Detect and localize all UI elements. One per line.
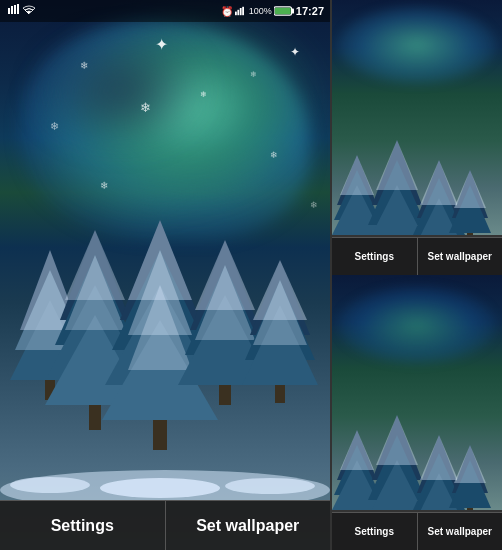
svg-marker-59: [340, 155, 374, 195]
left-panel: ⏰ 100% 17:27: [0, 0, 330, 550]
snowflake-3: ❄: [50, 120, 59, 133]
right-bottom-trees: [332, 410, 502, 510]
svg-marker-69: [420, 160, 458, 205]
status-icons-right: ⏰ 100% 17:27: [221, 5, 324, 17]
right-top-settings-button[interactable]: Settings: [332, 238, 418, 275]
svg-rect-42: [275, 385, 285, 403]
svg-marker-64: [376, 140, 418, 190]
svg-marker-91: [376, 415, 418, 465]
snowflake-1: ❄: [80, 60, 88, 71]
right-top-trees: [332, 135, 502, 235]
snowflake-6: ❄: [250, 70, 257, 79]
svg-rect-3: [17, 4, 19, 14]
snowflake-8: ❄: [310, 200, 318, 210]
right-bottom-settings-button[interactable]: Settings: [332, 513, 418, 550]
svg-marker-73: [454, 170, 486, 208]
snowflake-2: ❄: [200, 90, 207, 99]
snowflake-5: ❄: [140, 100, 151, 115]
settings-button[interactable]: Settings: [0, 501, 166, 550]
right-top-preview: 100% 17:27: [332, 0, 502, 237]
snowflake-star: ✦: [155, 35, 168, 54]
right-bottom-bottom-bar: Settings Set wallpaper: [332, 512, 502, 550]
svg-rect-29: [153, 420, 167, 450]
right-aurora: [337, 5, 497, 85]
svg-rect-2: [14, 5, 16, 14]
svg-rect-87: [354, 510, 360, 512]
right-top-bottom-bar: Settings Set wallpaper: [332, 237, 502, 275]
svg-point-46: [100, 478, 220, 498]
svg-rect-10: [275, 8, 291, 15]
svg-rect-9: [291, 9, 294, 14]
notification-icon: [6, 4, 20, 18]
svg-marker-96: [420, 435, 458, 480]
right-top-set-wallpaper-button[interactable]: Set wallpaper: [418, 238, 503, 275]
status-icons-left: [6, 4, 35, 18]
right-bottom-aurora: [337, 285, 497, 365]
winter-trees-svg: [0, 220, 330, 500]
snowflake-7: ❄: [100, 180, 108, 191]
right-top-trees-svg: [332, 135, 502, 237]
snowflake-4: ❄: [270, 150, 278, 160]
svg-marker-100: [454, 445, 486, 483]
svg-point-45: [10, 477, 90, 493]
svg-rect-5: [237, 10, 239, 15]
svg-rect-6: [240, 8, 242, 15]
svg-rect-4: [235, 12, 237, 16]
battery-text: 100%: [249, 6, 272, 16]
svg-rect-36: [219, 385, 231, 405]
svg-rect-1: [11, 6, 13, 14]
alarm-icon: ⏰: [221, 6, 233, 17]
trees-scene: [0, 220, 330, 500]
svg-point-47: [225, 478, 315, 494]
snowflake-9: ✦: [290, 45, 300, 59]
right-bottom-set-wallpaper-button[interactable]: Set wallpaper: [418, 513, 503, 550]
svg-marker-86: [340, 430, 374, 470]
time-display: 17:27: [296, 5, 324, 17]
set-wallpaper-button[interactable]: Set wallpaper: [166, 501, 331, 550]
svg-rect-101: [467, 508, 473, 512]
svg-rect-0: [8, 8, 10, 14]
signal-bars-icon: [235, 6, 247, 16]
svg-rect-22: [89, 405, 101, 430]
svg-rect-60: [354, 235, 360, 237]
right-bottom-preview: 100% 17:28: [332, 275, 502, 512]
svg-rect-74: [467, 233, 473, 237]
left-bottom-bar: Settings Set wallpaper: [0, 500, 330, 550]
status-bar: ⏰ 100% 17:27: [0, 0, 330, 22]
svg-rect-7: [242, 7, 244, 15]
right-bottom-trees-svg: [332, 410, 502, 512]
battery-icon: [274, 6, 294, 16]
right-panel: 100% 17:27: [330, 0, 502, 550]
wifi-icon: [23, 5, 35, 17]
